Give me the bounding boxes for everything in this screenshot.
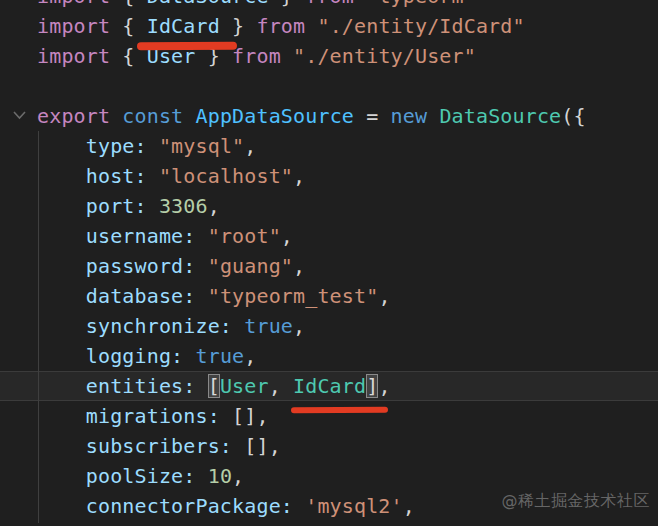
- punctuation-token: [110, 104, 122, 128]
- chevron-down-icon: [13, 111, 26, 120]
- punctuation-token: [37, 494, 86, 518]
- punctuation-token: [427, 104, 439, 128]
- punctuation-token: }: [220, 14, 257, 38]
- matched-bracket-token: ]: [366, 374, 378, 398]
- punctuation-token: ,: [208, 194, 220, 218]
- property-key-token: database:: [86, 284, 208, 308]
- watermark: @稀土掘金技术社区: [502, 491, 651, 512]
- annotation-underline-idcard-entities: [291, 407, 388, 414]
- code-line[interactable]: import { User } from "./entity/User": [37, 41, 658, 71]
- punctuation-token: [37, 254, 86, 278]
- punctuation-token: }: [269, 0, 306, 8]
- property-key-token: type:: [86, 134, 159, 158]
- keyword-token: from: [305, 0, 354, 8]
- punctuation-token: [281, 44, 293, 68]
- punctuation-token: [37, 314, 86, 338]
- property-key-token: host:: [86, 164, 159, 188]
- property-key-token: logging:: [86, 344, 196, 368]
- matched-bracket-token: [: [208, 374, 220, 398]
- punctuation-token: =: [354, 104, 391, 128]
- punctuation-token: ,: [293, 254, 305, 278]
- punctuation-token: [37, 284, 86, 308]
- punctuation-token: {: [110, 14, 147, 38]
- keyword-token: import: [37, 44, 110, 68]
- property-key-token: connectorPackage:: [86, 494, 305, 518]
- punctuation-token: ,: [244, 344, 256, 368]
- punctuation-token: [37, 224, 86, 248]
- punctuation-token: [37, 374, 86, 398]
- string-token: "typeorm": [366, 0, 476, 8]
- imported-variable-token: DataSource: [147, 0, 269, 8]
- punctuation-token: ,: [232, 464, 244, 488]
- punctuation-token: ,: [403, 494, 415, 518]
- code-line[interactable]: password: "guang",: [37, 251, 658, 281]
- punctuation-token: [354, 0, 366, 8]
- keyword-token: import: [37, 14, 110, 38]
- code-line[interactable]: username: "root",: [37, 221, 658, 251]
- string-token: "typeorm_test": [208, 284, 379, 308]
- code-editor[interactable]: import { DataSource } from "typeorm"impo…: [0, 0, 658, 526]
- code-line[interactable]: [37, 71, 658, 101]
- indent-guide: [38, 131, 39, 523]
- property-key-token: synchronize:: [86, 314, 244, 338]
- keyword-token: import: [37, 0, 110, 8]
- punctuation-token: [37, 464, 86, 488]
- property-key-token: port:: [86, 194, 159, 218]
- punctuation-token: ,: [293, 164, 305, 188]
- keyword-token: true: [196, 344, 245, 368]
- punctuation-token: [37, 344, 86, 368]
- code-line[interactable]: host: "localhost",: [37, 161, 658, 191]
- property-key-token: entities:: [86, 374, 208, 398]
- constant-name-token: AppDataSource: [196, 104, 354, 128]
- code-line[interactable]: import { DataSource } from "typeorm": [37, 0, 658, 11]
- code-line[interactable]: logging: true,: [37, 341, 658, 371]
- property-key-token: password:: [86, 254, 208, 278]
- string-token: "mysql": [159, 134, 244, 158]
- keyword-token: from: [256, 14, 305, 38]
- code-line[interactable]: export const AppDataSource = new DataSou…: [37, 101, 658, 131]
- punctuation-token: ({: [561, 104, 585, 128]
- keyword-token: const: [122, 104, 183, 128]
- string-token: 'mysql2': [305, 494, 403, 518]
- code-line[interactable]: import { IdCard } from "./entity/IdCard": [37, 11, 658, 41]
- code-line[interactable]: type: "mysql",: [37, 131, 658, 161]
- fold-chevron-icon[interactable]: [8, 104, 30, 126]
- number-token: 10: [208, 464, 232, 488]
- punctuation-token: [183, 104, 195, 128]
- punctuation-token: ,: [269, 374, 293, 398]
- class-name-token: User: [220, 374, 269, 398]
- keyword-token: export: [37, 104, 110, 128]
- class-name-token: DataSource: [439, 104, 561, 128]
- number-token: 3306: [159, 194, 208, 218]
- punctuation-token: [37, 134, 86, 158]
- punctuation-token: [],: [244, 434, 281, 458]
- code-line[interactable]: synchronize: true,: [37, 311, 658, 341]
- property-key-token: migrations:: [86, 404, 232, 428]
- string-token: "root": [208, 224, 281, 248]
- string-token: "localhost": [159, 164, 293, 188]
- annotation-underline-idcard-import: [137, 42, 237, 51]
- string-token: "./entity/User": [293, 44, 476, 68]
- keyword-token: from: [232, 44, 281, 68]
- code-line[interactable]: migrations: [],: [37, 401, 658, 431]
- string-token: "./entity/IdCard": [317, 14, 524, 38]
- code-line[interactable]: port: 3306,: [37, 191, 658, 221]
- punctuation-token: [37, 404, 86, 428]
- class-name-token: IdCard: [293, 374, 366, 398]
- punctuation-token: ,: [244, 134, 256, 158]
- code-line[interactable]: database: "typeorm_test",: [37, 281, 658, 311]
- punctuation-token: ,: [378, 374, 390, 398]
- code-line[interactable]: subscribers: [],: [37, 431, 658, 461]
- code-line[interactable]: poolSize: 10,: [37, 461, 658, 491]
- property-key-token: poolSize:: [86, 464, 208, 488]
- keyword-token: true: [244, 314, 293, 338]
- punctuation-token: ,: [378, 284, 390, 308]
- property-key-token: username:: [86, 224, 208, 248]
- punctuation-token: [37, 194, 86, 218]
- punctuation-token: [37, 434, 86, 458]
- punctuation-token: [37, 164, 86, 188]
- punctuation-token: ,: [281, 224, 293, 248]
- code-lines[interactable]: import { DataSource } from "typeorm"impo…: [0, 0, 658, 521]
- code-line-current[interactable]: entities: [User, IdCard],: [0, 371, 658, 401]
- imported-variable-token: IdCard: [147, 14, 220, 38]
